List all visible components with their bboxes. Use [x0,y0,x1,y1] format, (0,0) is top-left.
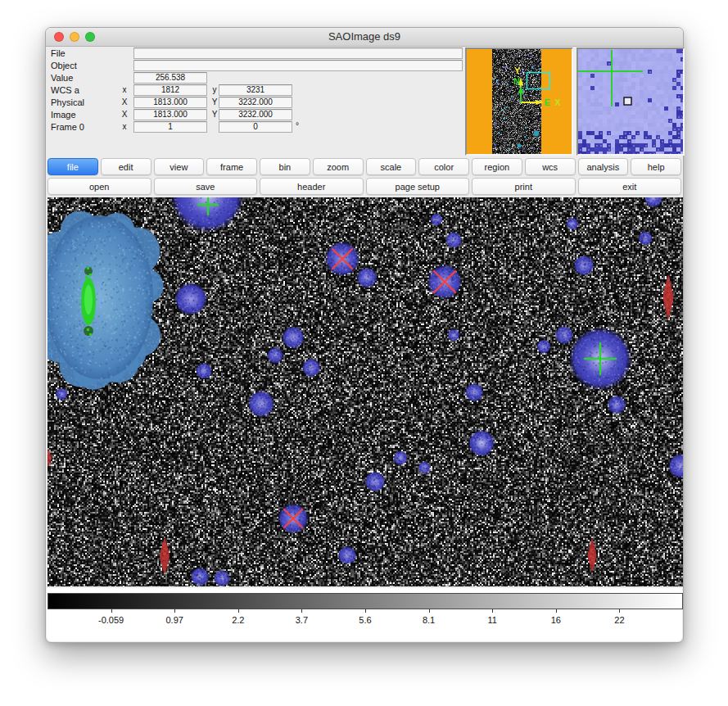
title-bar[interactable]: SAOImage ds9 [46,28,683,47]
file-field[interactable] [133,48,463,59]
magnifier-canvas [578,49,683,154]
menu-button-page-setup[interactable]: page setup [366,178,470,195]
info-row-file: File [49,48,508,59]
info-row-value: Value 256.538 [49,72,508,84]
colorbar-tick-label: 2.2 [232,615,244,625]
menu-button-save[interactable]: save [154,178,258,195]
menu-row-primary: fileeditviewframebinzoomscalecolorregion… [47,158,681,175]
colorbar-tick-label: 0.97 [165,615,183,625]
menu-button-print[interactable]: print [472,178,576,195]
colorbar-tick [429,609,430,613]
image-label: Image [51,110,76,120]
menu-button-zoom[interactable]: zoom [313,158,364,175]
image-y-field[interactable]: 3232.000 [219,109,292,120]
menu-button-analysis[interactable]: analysis [578,158,629,175]
frame-rotate-field[interactable]: 0 [219,121,292,133]
menu-button-header[interactable]: header [260,178,364,195]
desktop: SAOImage ds9 File Object Value 256.538 W… [0,0,728,706]
colorbar-tick [365,609,366,613]
file-label: File [51,48,66,58]
colorbar-tick [174,609,175,613]
menu-button-exit[interactable]: exit [578,178,682,195]
degree-suffix: ° [296,121,299,130]
colorbar-tick [301,609,302,613]
wcs-y-field[interactable]: 3231 [219,84,292,96]
info-row-object: Object [49,60,508,71]
wcs-label: WCS a [51,85,79,95]
panner-canvas[interactable] [467,49,572,154]
info-row-physical: Physical X 1813.000 Y 3232.000 [49,97,508,108]
info-row-frame: Frame 0 x 1 0 ° [49,121,508,133]
physical-y-field[interactable]: 3232.000 [219,97,292,108]
info-row-image: Image X 1813.000 Y 3232.000 [49,109,508,120]
menu-button-frame[interactable]: frame [206,158,257,175]
colorbar-tick-label: 8.1 [423,615,435,625]
menu-button-wcs[interactable]: wcs [525,158,576,175]
menu-row-secondary: opensaveheaderpage setupprintexit [47,178,681,195]
image-x-sublabel: X [120,110,129,119]
colorbar-tick [111,609,112,613]
main-image-canvas[interactable] [47,197,683,586]
object-label: Object [51,61,77,70]
colorbar-tick-label: 22 [614,615,624,625]
colorbar-tick-label: 16 [551,615,561,625]
wcs-x-sublabel: x [120,85,129,94]
window-title: SAOImage ds9 [46,30,683,43]
menu-button-file[interactable]: file [47,158,98,175]
image-display-area [47,197,683,586]
colorbar-tick-label: 11 [487,615,496,625]
frame-label: Frame 0 [51,122,84,132]
physical-label: Physical [51,97,84,107]
colorbar-tick [556,609,557,613]
menu-button-scale[interactable]: scale [366,158,417,175]
magnifier-frame [577,48,685,156]
menu-button-open[interactable]: open [47,178,151,195]
wcs-x-field[interactable]: 1812 [133,84,207,96]
frame-zoom-sublabel: x [120,122,129,131]
physical-x-sublabel: X [120,97,129,106]
colorbar-tick-label: 3.7 [296,615,308,625]
colorbar-tick-label: 5.6 [359,615,371,625]
menu-button-edit[interactable]: edit [101,158,151,175]
frame-zoom-field[interactable]: 1 [133,121,207,133]
colorbar-tick [619,609,620,613]
menu-button-help[interactable]: help [631,158,681,175]
menu-button-region[interactable]: region [472,158,522,175]
ds9-window: SAOImage ds9 File Object Value 256.538 W… [45,27,684,643]
menu-button-view[interactable]: view [154,158,205,175]
info-row-wcs: WCS a x 1812 y 3231 [49,84,508,96]
panner-frame [465,48,573,156]
value-field[interactable]: 256.538 [133,72,207,84]
value-label: Value [51,73,73,83]
object-field[interactable] [133,60,463,71]
image-x-field[interactable]: 1813.000 [133,109,207,120]
physical-x-field[interactable]: 1813.000 [133,97,207,108]
colorbar-tick [492,609,493,613]
colorbar-tick [238,609,239,613]
colorbar-tick-label: -0.059 [98,615,124,625]
colorbar-gradient[interactable] [47,593,683,609]
menu-button-color[interactable]: color [418,158,469,175]
menu-button-bin[interactable]: bin [260,158,310,175]
